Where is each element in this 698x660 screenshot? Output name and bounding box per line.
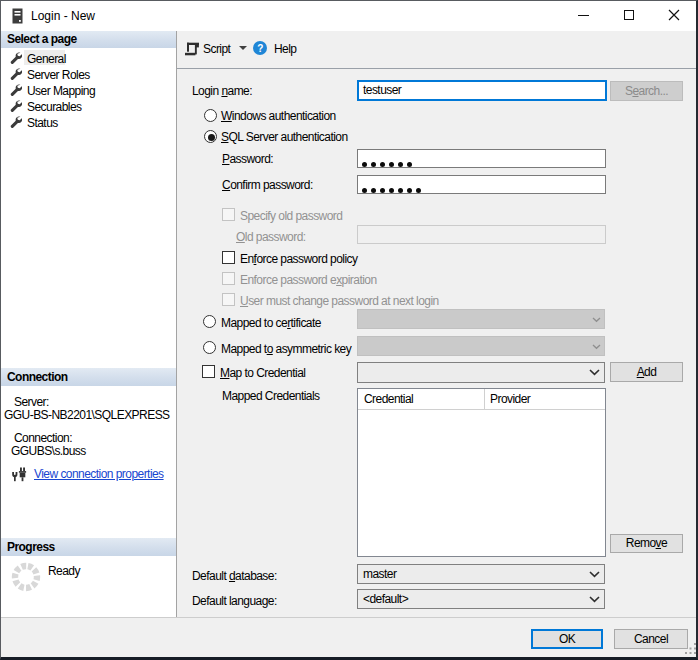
svg-text:?: ?: [257, 43, 263, 54]
